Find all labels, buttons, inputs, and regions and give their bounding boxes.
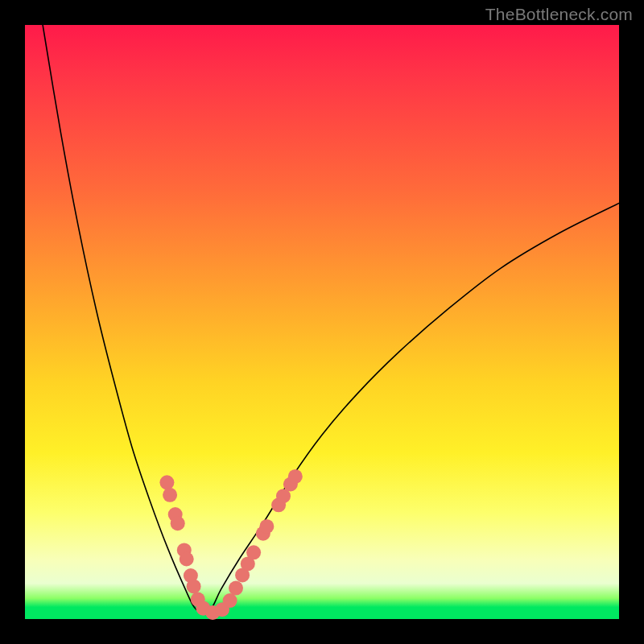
curve-marker <box>259 519 274 534</box>
curve-marker <box>229 581 243 596</box>
curve-marker <box>223 593 237 608</box>
curve-marker <box>288 469 303 484</box>
plot-area <box>25 25 619 619</box>
bottleneck-curve <box>43 25 619 613</box>
curve-layer <box>25 25 619 619</box>
marker-cluster <box>159 469 302 620</box>
curve-marker <box>246 545 261 559</box>
chart-frame: TheBottleneck.com <box>0 0 644 644</box>
curve-marker <box>159 475 174 489</box>
curve-marker <box>180 552 194 567</box>
curve-marker <box>171 516 185 530</box>
curve-marker <box>163 488 177 502</box>
curve-marker <box>187 579 201 593</box>
watermark-text: TheBottleneck.com <box>485 5 633 24</box>
